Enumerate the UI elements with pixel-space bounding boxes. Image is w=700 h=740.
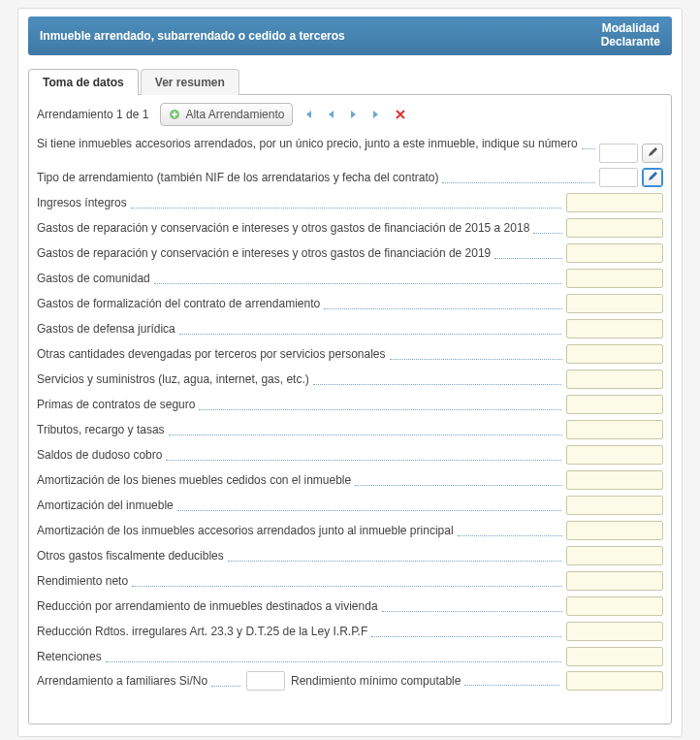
add-icon bbox=[169, 109, 180, 120]
label-reducviv: Reducción por arrendamiento de inmuebles… bbox=[37, 598, 562, 614]
label-familiares: Arrendamiento a familiares Si/No bbox=[37, 673, 240, 689]
row-amortbienes: Amortización de los bienes muebles cedid… bbox=[37, 469, 663, 491]
label-primas: Primas de contratos de seguro bbox=[37, 397, 562, 412]
main-container: Inmueble arrendado, subarrendado o cedid… bbox=[17, 8, 683, 737]
input-primas[interactable] bbox=[566, 395, 663, 414]
row-primas: Primas de contratos de seguro bbox=[37, 394, 663, 415]
input-gastos1518[interactable] bbox=[566, 218, 663, 238]
row-gastos19: Gastos de reparación y conservación e in… bbox=[37, 242, 663, 264]
row-tipo: Tipo de arrendamiento (también NIF de lo… bbox=[37, 167, 663, 188]
pencil-icon bbox=[648, 170, 658, 184]
section-title: Inmueble arrendado, subarrendado o cedid… bbox=[40, 29, 345, 43]
record-counter: Arrendamiento 1 de 1 bbox=[37, 108, 148, 121]
input-dudoso[interactable] bbox=[566, 445, 663, 465]
input-amortbienes[interactable] bbox=[566, 470, 663, 490]
label-amortinm: Amortización del inmueble bbox=[37, 498, 562, 513]
label-suministros: Servicios y suministros (luz, agua, inte… bbox=[37, 371, 562, 387]
row-comunidad: Gastos de comunidad bbox=[37, 268, 663, 289]
section-header: Inmueble arrendado, subarrendado o cedid… bbox=[28, 16, 672, 55]
label-tipo: Tipo de arrendamiento (también NIF de lo… bbox=[37, 170, 595, 185]
row-defensa: Gastos de defensa jurídica bbox=[37, 318, 663, 339]
mode-indicator: Modalidad Declarante bbox=[601, 22, 660, 49]
row-gastos1518: Gastos de reparación y conservación e in… bbox=[37, 217, 663, 239]
input-retenciones[interactable] bbox=[566, 647, 663, 666]
mode-line2: Declarante bbox=[601, 36, 660, 49]
label-dudoso: Saldos de dudoso cobro bbox=[37, 447, 562, 463]
row-suministros: Servicios y suministros (luz, agua, inte… bbox=[37, 369, 663, 390]
label-accesorios: Si tiene inmuebles accesorios arrendados… bbox=[37, 136, 595, 151]
input-terceros[interactable] bbox=[566, 344, 663, 364]
record-toolbar: Arrendamiento 1 de 1 Alta Arrendamiento bbox=[37, 103, 663, 126]
edit-tipo-button[interactable] bbox=[642, 168, 663, 187]
new-record-label: Alta Arrendamiento bbox=[185, 108, 284, 121]
last-record-button[interactable] bbox=[368, 106, 386, 123]
label-formalizacion: Gastos de formalización del contrato de … bbox=[37, 296, 562, 311]
label-rendneto: Rendimiento neto bbox=[37, 573, 562, 589]
row-retenciones: Retenciones bbox=[37, 646, 663, 667]
row-amortinm: Amortización del inmueble bbox=[37, 495, 663, 516]
label-comunidad: Gastos de comunidad bbox=[37, 271, 562, 286]
input-comunidad[interactable] bbox=[566, 269, 663, 288]
pencil-icon bbox=[648, 145, 658, 160]
label-rendmin: Rendimiento mínimo computable bbox=[291, 674, 560, 688]
row-amortacc: Amortización de los inmuebles accesorios… bbox=[37, 520, 663, 541]
row-reducviv: Reducción por arrendamiento de inmuebles… bbox=[37, 595, 663, 617]
input-defensa[interactable] bbox=[566, 319, 663, 338]
input-rendneto[interactable] bbox=[566, 571, 663, 591]
row-dudoso: Saldos de dudoso cobro bbox=[37, 444, 663, 466]
input-rendmin[interactable] bbox=[566, 671, 663, 691]
label-reducirr: Reducción Rdtos. irregulares Art. 23.3 y… bbox=[37, 624, 562, 639]
tab-toma-datos[interactable]: Toma de datos bbox=[28, 69, 139, 95]
input-familiares[interactable] bbox=[246, 671, 285, 691]
label-gastos19: Gastos de reparación y conservación e in… bbox=[37, 245, 562, 261]
row-otros: Otros gastos fiscalmente deducibles bbox=[37, 545, 663, 566]
label-defensa: Gastos de defensa jurídica bbox=[37, 321, 562, 337]
label-terceros: Otras cantidades devengadas por terceros… bbox=[37, 346, 562, 362]
tab-bar: Toma de datos Ver resumen bbox=[28, 69, 672, 95]
input-amortacc[interactable] bbox=[566, 521, 663, 540]
new-record-button[interactable]: Alta Arrendamiento bbox=[160, 103, 293, 126]
delete-record-button[interactable] bbox=[392, 106, 409, 123]
input-gastos19[interactable] bbox=[566, 243, 663, 263]
first-record-button[interactable] bbox=[299, 106, 316, 123]
row-familiares-rendmin: Arrendamiento a familiares Si/No Rendimi… bbox=[37, 671, 663, 691]
tab-ver-resumen[interactable]: Ver resumen bbox=[141, 69, 239, 95]
input-accesorios[interactable] bbox=[599, 144, 638, 163]
input-reducirr[interactable] bbox=[566, 622, 663, 641]
input-tipo[interactable] bbox=[599, 168, 638, 187]
input-otros[interactable] bbox=[566, 546, 663, 565]
row-accesorios: Si tiene inmuebles accesorios arrendados… bbox=[37, 136, 663, 163]
input-suministros[interactable] bbox=[566, 370, 663, 389]
row-terceros: Otras cantidades devengadas por terceros… bbox=[37, 343, 663, 365]
next-record-button[interactable] bbox=[345, 106, 363, 123]
label-retenciones: Retenciones bbox=[37, 649, 562, 664]
input-formalizacion[interactable] bbox=[566, 294, 663, 313]
row-rendneto: Rendimiento neto bbox=[37, 570, 663, 592]
label-amortbienes: Amortización de los bienes muebles cedid… bbox=[37, 472, 562, 488]
input-reducviv[interactable] bbox=[566, 596, 663, 616]
label-amortacc: Amortización de los inmuebles accesorios… bbox=[37, 523, 562, 538]
label-gastos1518: Gastos de reparación y conservación e in… bbox=[37, 220, 562, 236]
input-amortinm[interactable] bbox=[566, 496, 663, 515]
row-reducirr: Reducción Rdtos. irregulares Art. 23.3 y… bbox=[37, 621, 663, 642]
label-otros: Otros gastos fiscalmente deducibles bbox=[37, 548, 562, 563]
label-ingresos: Ingresos íntegros bbox=[37, 195, 562, 210]
input-ingresos[interactable] bbox=[566, 193, 663, 212]
prev-record-button[interactable] bbox=[322, 106, 339, 123]
form-panel: Arrendamiento 1 de 1 Alta Arrendamiento bbox=[28, 94, 672, 724]
input-tributos[interactable] bbox=[566, 420, 663, 439]
mode-line1: Modalidad bbox=[601, 22, 660, 36]
row-formalizacion: Gastos de formalización del contrato de … bbox=[37, 293, 663, 314]
row-tributos: Tributos, recargo y tasas bbox=[37, 419, 663, 440]
label-tributos: Tributos, recargo y tasas bbox=[37, 422, 562, 437]
edit-accesorios-button[interactable] bbox=[642, 144, 663, 163]
row-ingresos: Ingresos íntegros bbox=[37, 192, 663, 213]
